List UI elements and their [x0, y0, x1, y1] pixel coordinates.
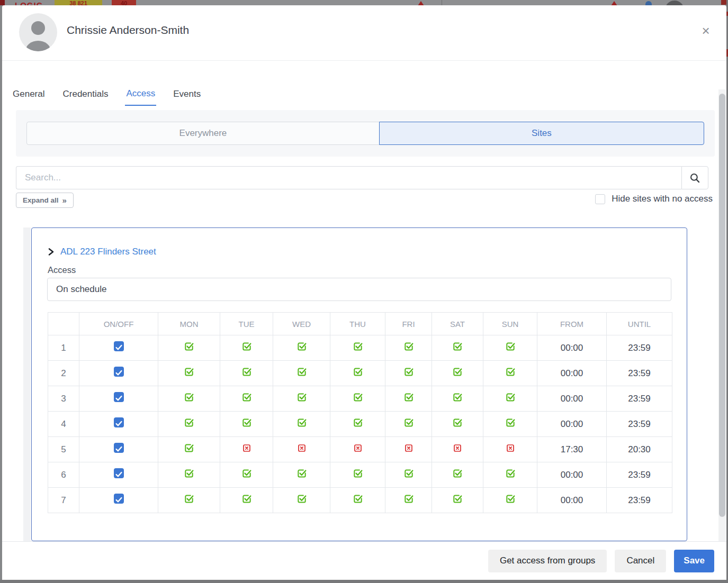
day-allowed-toggle[interactable]: [403, 417, 414, 428]
row-enabled-checkbox[interactable]: [114, 417, 124, 427]
col-header-until: UNTIL: [607, 313, 672, 335]
day-allowed-toggle[interactable]: [241, 417, 252, 428]
day-allowed-toggle[interactable]: [505, 367, 516, 377]
from-time[interactable]: 00:00: [537, 412, 607, 437]
day-allowed-toggle[interactable]: [403, 494, 414, 504]
day-allowed-toggle[interactable]: [296, 367, 307, 377]
day-allowed-check-square-icon: [452, 392, 463, 403]
day-allowed-toggle[interactable]: [353, 417, 363, 428]
day-allowed-toggle[interactable]: [505, 494, 516, 504]
scope-everywhere-button[interactable]: Everywhere: [26, 122, 380, 145]
tab-access[interactable]: Access: [125, 74, 156, 106]
day-allowed-toggle[interactable]: [296, 392, 307, 403]
day-allowed-toggle[interactable]: [241, 367, 252, 377]
day-allowed-toggle[interactable]: [452, 494, 463, 504]
day-allowed-toggle[interactable]: [184, 468, 194, 479]
day-allowed-toggle[interactable]: [353, 341, 363, 352]
day-allowed-toggle[interactable]: [452, 367, 463, 377]
sites-panel-scrollbar[interactable]: [23, 227, 31, 541]
site-name-link[interactable]: ADL 223 Flinders Street: [60, 247, 156, 257]
day-allowed-toggle[interactable]: [296, 417, 307, 428]
day-allowed-toggle[interactable]: [452, 468, 463, 479]
until-time[interactable]: 23:59: [607, 361, 672, 386]
get-access-from-groups-button[interactable]: Get access from groups: [488, 550, 607, 572]
cancel-button[interactable]: Cancel: [615, 550, 666, 572]
day-allowed-check-square-icon: [353, 392, 363, 403]
day-allowed-toggle[interactable]: [452, 341, 463, 352]
access-mode-select[interactable]: On schedule: [47, 278, 671, 301]
day-cell: [220, 412, 273, 437]
from-time[interactable]: 00:00: [537, 488, 607, 513]
day-allowed-toggle[interactable]: [403, 392, 414, 403]
from-time[interactable]: 00:00: [537, 361, 607, 386]
day-allowed-toggle[interactable]: [241, 468, 252, 479]
day-allowed-toggle[interactable]: [296, 494, 307, 504]
until-time[interactable]: 23:59: [607, 488, 672, 513]
day-allowed-toggle[interactable]: [296, 468, 307, 479]
row-enabled-checkbox[interactable]: [114, 443, 124, 453]
until-time[interactable]: 23:59: [607, 462, 672, 488]
day-allowed-toggle[interactable]: [184, 367, 194, 377]
until-time[interactable]: 23:59: [607, 412, 672, 437]
from-time[interactable]: 00:00: [537, 335, 607, 361]
day-allowed-toggle[interactable]: [505, 341, 516, 352]
day-denied-toggle[interactable]: [505, 443, 516, 454]
until-time[interactable]: 23:59: [607, 386, 672, 412]
day-allowed-toggle[interactable]: [403, 468, 414, 479]
search-input[interactable]: [16, 166, 681, 189]
day-allowed-check-square-icon: [403, 367, 414, 377]
tab-general[interactable]: General: [12, 74, 46, 106]
expand-all-button[interactable]: Expand all »: [16, 193, 74, 208]
modal-scrollbar[interactable]: [718, 89, 726, 551]
day-allowed-toggle[interactable]: [241, 392, 252, 403]
day-allowed-toggle[interactable]: [241, 341, 252, 352]
day-allowed-toggle[interactable]: [353, 468, 363, 479]
day-allowed-toggle[interactable]: [505, 468, 516, 479]
modal-scrollbar-thumb[interactable]: [719, 94, 725, 517]
hide-sites-checkbox[interactable]: [595, 194, 605, 204]
site-expander[interactable]: ADL 223 Flinders Street: [47, 247, 156, 257]
day-allowed-check-square-icon: [353, 417, 363, 428]
row-enabled-checkbox[interactable]: [114, 367, 124, 377]
day-denied-toggle[interactable]: [296, 443, 307, 454]
from-time[interactable]: 17:30: [537, 437, 607, 462]
day-allowed-toggle[interactable]: [403, 367, 414, 377]
user-access-modal: Chrissie Anderson-Smith × General Creden…: [2, 5, 726, 580]
day-allowed-toggle[interactable]: [353, 367, 363, 377]
day-denied-toggle[interactable]: [241, 443, 252, 454]
onoff-cell: [79, 437, 158, 462]
from-time[interactable]: 00:00: [537, 386, 607, 412]
tab-events[interactable]: Events: [172, 74, 202, 106]
day-allowed-toggle[interactable]: [403, 341, 414, 352]
day-allowed-toggle[interactable]: [353, 392, 363, 403]
day-allowed-toggle[interactable]: [184, 341, 194, 352]
day-denied-toggle[interactable]: [353, 443, 363, 454]
scope-sites-button[interactable]: Sites: [379, 122, 704, 145]
until-time[interactable]: 23:59: [607, 335, 672, 361]
day-allowed-toggle[interactable]: [452, 392, 463, 403]
until-time[interactable]: 20:30: [607, 437, 672, 462]
day-denied-toggle[interactable]: [403, 443, 414, 454]
tab-credentials[interactable]: Credentials: [61, 74, 109, 106]
day-cell: [273, 462, 330, 488]
day-allowed-toggle[interactable]: [353, 494, 363, 504]
day-allowed-toggle[interactable]: [505, 417, 516, 428]
day-allowed-toggle[interactable]: [184, 443, 194, 453]
from-time[interactable]: 00:00: [537, 462, 607, 488]
save-button[interactable]: Save: [674, 550, 714, 572]
row-enabled-checkbox[interactable]: [114, 468, 124, 478]
day-allowed-toggle[interactable]: [184, 392, 194, 403]
day-allowed-toggle[interactable]: [184, 494, 194, 504]
day-allowed-toggle[interactable]: [452, 417, 463, 428]
row-enabled-checkbox[interactable]: [114, 392, 124, 402]
close-icon[interactable]: ×: [698, 23, 714, 39]
day-allowed-toggle[interactable]: [505, 392, 516, 403]
day-allowed-toggle[interactable]: [184, 417, 194, 428]
row-enabled-checkbox[interactable]: [114, 494, 124, 504]
day-allowed-toggle[interactable]: [241, 494, 252, 504]
row-enabled-checkbox[interactable]: [114, 341, 124, 351]
day-allowed-toggle[interactable]: [296, 341, 307, 352]
day-allowed-check-square-icon: [296, 341, 307, 352]
day-denied-toggle[interactable]: [452, 443, 463, 454]
search-button[interactable]: [681, 166, 708, 189]
